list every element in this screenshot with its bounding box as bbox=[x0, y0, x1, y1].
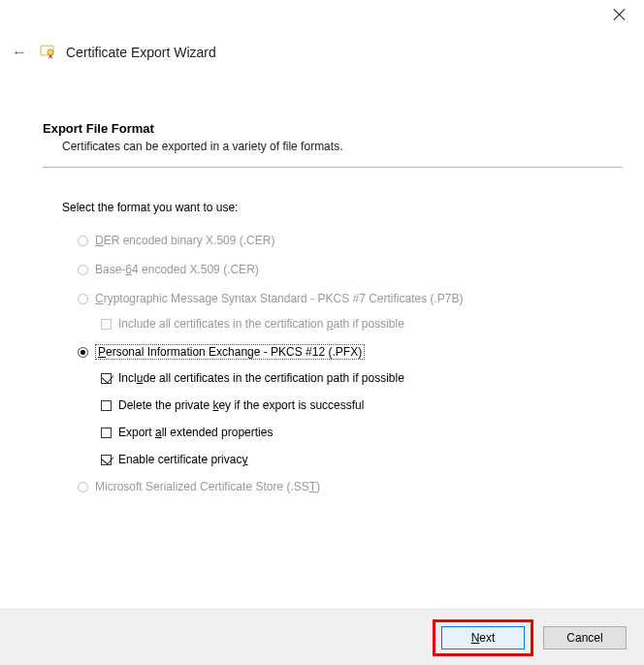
radio-icon bbox=[78, 294, 88, 304]
check-label: Delete the private key if the export is … bbox=[118, 398, 364, 412]
format-options: DER encoded binary X.509 (.CER) Base-64 … bbox=[78, 234, 623, 493]
certificate-icon bbox=[39, 43, 58, 62]
check-pfx-include[interactable]: Include all certificates in the certific… bbox=[101, 371, 623, 385]
format-prompt: Select the format you want to use: bbox=[62, 201, 623, 214]
check-label: Include all certificates in the certific… bbox=[118, 371, 404, 385]
checkbox-icon bbox=[101, 373, 112, 384]
radio-sst: Microsoft Serialized Certificate Store (… bbox=[78, 480, 623, 493]
radio-label-base64: Base-64 encoded X.509 (.CER) bbox=[95, 263, 259, 276]
checkbox-icon bbox=[101, 455, 112, 465]
section-subtitle: Certificates can be exported in a variet… bbox=[62, 140, 623, 153]
radio-icon bbox=[78, 347, 88, 358]
check-label: Export all extended properties bbox=[118, 426, 273, 439]
check-label: Enable certificate privacy bbox=[118, 453, 247, 466]
wizard-content: Export File Format Certificates can be e… bbox=[43, 121, 623, 509]
radio-icon bbox=[78, 482, 88, 492]
svg-point-1 bbox=[48, 49, 53, 55]
cancel-button[interactable]: Cancel bbox=[543, 626, 627, 649]
check-pfx-delete[interactable]: Delete the private key if the export is … bbox=[101, 398, 623, 412]
radio-icon bbox=[78, 265, 88, 275]
radio-icon bbox=[78, 236, 88, 246]
radio-label-pkcs7: Cryptographic Message Syntax Standard - … bbox=[95, 292, 464, 305]
wizard-title: Certificate Export Wizard bbox=[66, 45, 216, 60]
checkbox-icon bbox=[101, 428, 112, 438]
wizard-window: ← Certificate Export Wizard Export File … bbox=[0, 0, 644, 665]
checkbox-icon bbox=[101, 319, 112, 330]
close-button[interactable] bbox=[613, 8, 627, 21]
radio-pfx[interactable]: Personal Information Exchange - PKCS #12… bbox=[78, 344, 623, 360]
highlight-annotation: Next bbox=[433, 619, 533, 656]
check-pfx-ext[interactable]: Export all extended properties bbox=[101, 426, 623, 439]
radio-label-pfx: Personal Information Exchange - PKCS #12… bbox=[95, 344, 365, 360]
checkbox-icon bbox=[101, 400, 112, 411]
check-pfx-privacy[interactable]: Enable certificate privacy bbox=[101, 453, 623, 466]
radio-der: DER encoded binary X.509 (.CER) bbox=[78, 234, 623, 247]
back-button[interactable]: ← bbox=[0, 45, 39, 60]
wizard-header: ← Certificate Export Wizard bbox=[0, 43, 644, 62]
check-pkcs7-include: Include all certificates in the certific… bbox=[101, 317, 623, 331]
radio-label-sst: Microsoft Serialized Certificate Store (… bbox=[95, 480, 320, 493]
radio-pkcs7: Cryptographic Message Syntax Standard - … bbox=[78, 292, 623, 305]
section-title: Export File Format bbox=[43, 121, 623, 136]
wizard-footer: Next Cancel bbox=[0, 609, 644, 665]
next-button[interactable]: Next bbox=[441, 626, 525, 649]
radio-base64: Base-64 encoded X.509 (.CER) bbox=[78, 263, 623, 276]
divider bbox=[43, 167, 623, 168]
check-label: Include all certificates in the certific… bbox=[118, 317, 404, 331]
radio-label-der: DER encoded binary X.509 (.CER) bbox=[95, 234, 274, 247]
